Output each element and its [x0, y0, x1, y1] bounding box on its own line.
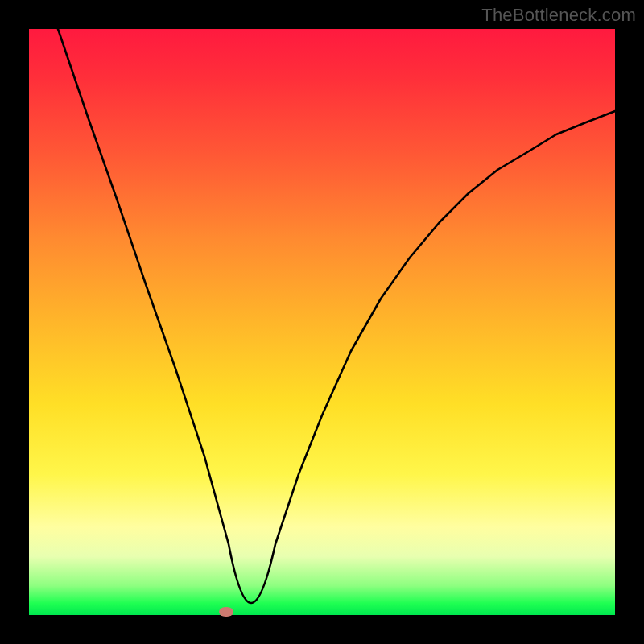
plot-area — [29, 29, 615, 615]
bottleneck-curve — [29, 29, 615, 615]
curve-path — [58, 29, 615, 603]
watermark-text: TheBottleneck.com — [481, 5, 636, 26]
chart-frame: TheBottleneck.com — [0, 0, 644, 644]
minimum-point-marker — [219, 607, 233, 617]
